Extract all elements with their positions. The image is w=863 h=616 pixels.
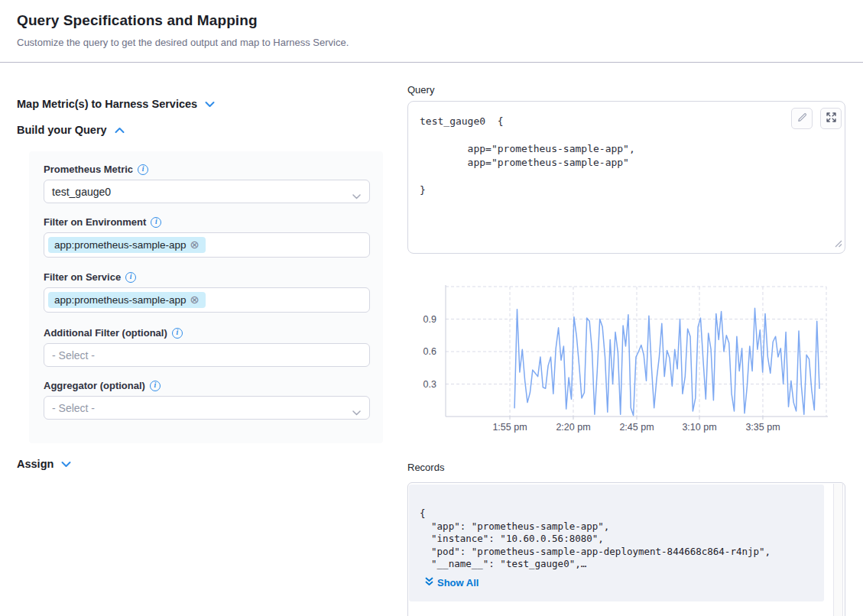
show-all-label: Show All — [437, 577, 479, 588]
info-icon[interactable] — [138, 164, 148, 175]
filter-service-label: Filter on Service — [44, 271, 121, 283]
record-item: { "app": "prometheus-sample-app", "insta… — [409, 485, 824, 601]
filter-environment-chip: app:prometheus-sample-app — [48, 237, 206, 253]
filter-environment-label: Filter on Environment — [44, 216, 146, 228]
query-text: test_gauge0 { app="prometheus-sample-app… — [420, 115, 635, 197]
aggregator-label: Aggregator (optional) — [44, 380, 145, 391]
circle-x-icon[interactable] — [190, 294, 200, 306]
svg-text:1:55 pm: 1:55 pm — [492, 422, 527, 433]
filter-service-chip: app:prometheus-sample-app — [48, 292, 206, 308]
filter-environment-chip-label: app:prometheus-sample-app — [54, 239, 187, 251]
expand-query-button[interactable] — [820, 108, 842, 129]
query-builder-card: Prometheus Metric test_gauge0 Filter on … — [29, 151, 383, 443]
resize-handle-icon[interactable] — [834, 237, 842, 251]
section-map-metrics-label: Map Metric(s) to Harness Services — [17, 98, 197, 110]
info-icon[interactable] — [172, 328, 183, 339]
filter-service-chip-label: app:prometheus-sample-app — [54, 294, 187, 306]
filter-service-field: Filter on Service app:prometheus-sample-… — [44, 271, 370, 313]
show-all-link[interactable]: Show All — [425, 577, 479, 588]
double-chevron-down-icon — [425, 577, 433, 588]
aggregator-field: Aggregator (optional) - Select - — [44, 380, 370, 420]
info-icon[interactable] — [150, 381, 161, 391]
section-assign[interactable]: Assign — [17, 457, 71, 471]
svg-text:2:20 pm: 2:20 pm — [556, 422, 590, 433]
prometheus-metric-value: test_gauge0 — [52, 186, 111, 198]
expand-icon — [826, 112, 837, 126]
info-icon[interactable] — [151, 217, 161, 228]
section-build-query-label: Build your Query — [17, 124, 107, 136]
query-textarea[interactable]: test_gauge0 { app="prometheus-sample-app… — [407, 101, 845, 254]
chevron-down-icon — [61, 457, 71, 471]
circle-x-icon[interactable] — [190, 239, 200, 251]
prometheus-metric-field: Prometheus Metric test_gauge0 — [44, 164, 370, 203]
chevron-up-icon — [115, 123, 125, 137]
header-divider — [0, 62, 863, 63]
section-map-metrics[interactable]: Map Metric(s) to Harness Services — [17, 97, 215, 111]
additional-filter-input[interactable] — [44, 343, 370, 367]
svg-text:0.6: 0.6 — [423, 346, 436, 357]
record-json-text: { "app": "prometheus-sample-app", "insta… — [420, 507, 771, 571]
additional-filter-field: Additional Filter (optional) — [44, 327, 370, 367]
prometheus-metric-label: Prometheus Metric — [44, 164, 133, 175]
filter-environment-field: Filter on Environment app:prometheus-sam… — [44, 216, 370, 258]
chevron-down-icon — [205, 97, 215, 111]
svg-text:2:45 pm: 2:45 pm — [619, 422, 654, 433]
aggregator-select[interactable]: - Select - — [44, 396, 370, 420]
records-list: { "app": "prometheus-sample-app", "insta… — [407, 482, 845, 616]
svg-text:3:10 pm: 3:10 pm — [682, 422, 716, 433]
svg-text:0.3: 0.3 — [423, 379, 436, 390]
section-build-query[interactable]: Build your Query — [17, 123, 125, 137]
aggregator-placeholder: - Select - — [52, 402, 95, 414]
query-panel-label: Query — [407, 84, 434, 96]
additional-filter-label: Additional Filter (optional) — [44, 327, 167, 339]
metric-preview-chart: 0.30.60.91:55 pm2:20 pm2:45 pm3:10 pm3:3… — [407, 280, 845, 436]
page-subtitle: Customize the query to get the desired o… — [17, 37, 349, 48]
pencil-icon — [796, 112, 808, 126]
filter-service-input[interactable]: app:prometheus-sample-app — [44, 287, 370, 313]
section-assign-label: Assign — [17, 458, 54, 470]
chevron-down-icon — [352, 406, 361, 418]
query-specifications-page: Query Specifications and Mapping Customi… — [0, 0, 863, 616]
page-title: Query Specifications and Mapping — [17, 12, 258, 29]
info-icon[interactable] — [125, 272, 136, 283]
edit-query-button[interactable] — [791, 108, 813, 129]
filter-environment-input[interactable]: app:prometheus-sample-app — [44, 232, 370, 258]
prometheus-metric-select[interactable]: test_gauge0 — [44, 180, 370, 203]
svg-text:0.9: 0.9 — [423, 314, 436, 325]
records-scrollbar[interactable] — [833, 484, 843, 616]
records-panel-label: Records — [407, 462, 444, 473]
svg-text:3:35 pm: 3:35 pm — [745, 422, 780, 433]
chevron-down-icon — [352, 190, 361, 202]
line-chart: 0.30.60.91:55 pm2:20 pm2:45 pm3:10 pm3:3… — [407, 280, 845, 436]
